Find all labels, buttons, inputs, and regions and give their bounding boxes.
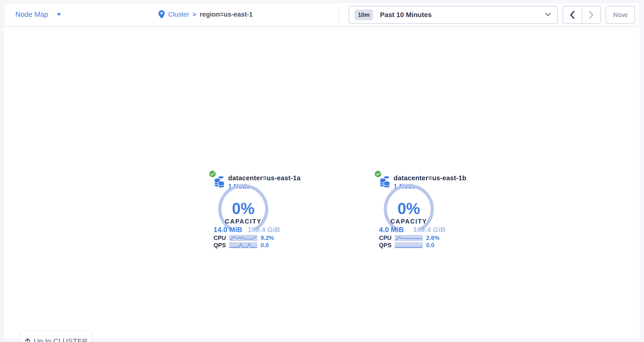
breadcrumb-cluster-link[interactable]: Cluster bbox=[168, 11, 189, 18]
qps-value: 0.0 bbox=[426, 242, 434, 249]
cpu-sparkline bbox=[395, 235, 423, 241]
capacity-values: 4.0 MiB 169.4 GiB bbox=[379, 226, 446, 234]
prev-time-button[interactable] bbox=[563, 6, 582, 23]
up-to-cluster-button[interactable]: Up to CLUSTER bbox=[20, 331, 92, 342]
cpu-sparkline bbox=[229, 235, 257, 241]
now-button[interactable]: Now bbox=[606, 6, 635, 24]
locality-title: datacenter=us-east-1b bbox=[394, 174, 466, 182]
capacity-percent: 0% bbox=[217, 198, 270, 219]
cpu-label: CPU bbox=[375, 235, 392, 241]
header-divider bbox=[339, 7, 339, 22]
cpu-metric-row: CPU 2.6% bbox=[375, 235, 451, 241]
qps-sparkline bbox=[229, 242, 257, 248]
locality-title: datacenter=us-east-1a bbox=[228, 174, 300, 182]
time-window-label: Past 10 Minutes bbox=[380, 11, 432, 19]
up-to-cluster-label: Up to CLUSTER bbox=[34, 337, 88, 342]
capacity-caption: CAPACITY bbox=[382, 218, 435, 225]
header-bar: Node Map Cluster > region=us-east-1 10m … bbox=[4, 3, 640, 26]
caret-down-icon bbox=[57, 13, 61, 16]
locality-card-us-east-1b[interactable]: datacenter=us-east-1b 1 Node 0% CAPACITY… bbox=[375, 171, 451, 252]
chevron-down-icon bbox=[545, 13, 551, 16]
breadcrumb-separator: > bbox=[193, 11, 196, 18]
capacity-percent: 0% bbox=[382, 198, 435, 219]
qps-metric-row: QPS 0.0 bbox=[375, 242, 451, 248]
capacity-values: 14.0 MiB 169.4 GiB bbox=[214, 226, 280, 234]
chevron-left-icon bbox=[570, 11, 575, 19]
qps-metric-row: QPS 0.0 bbox=[210, 242, 285, 248]
breadcrumb-current: region=us-east-1 bbox=[200, 11, 253, 18]
qps-sparkline bbox=[395, 242, 423, 248]
view-selector-dropdown[interactable]: Node Map bbox=[16, 3, 61, 26]
qps-label: QPS bbox=[210, 242, 226, 249]
capacity-used: 4.0 MiB bbox=[379, 226, 404, 234]
arrow-up-icon bbox=[24, 338, 31, 342]
capacity-caption: CAPACITY bbox=[217, 218, 270, 225]
view-selector-label: Node Map bbox=[16, 10, 48, 18]
locality-card-us-east-1a[interactable]: datacenter=us-east-1a 1 Node 0% CAPACITY… bbox=[210, 171, 285, 252]
time-window-select[interactable]: 10m Past 10 Minutes bbox=[349, 6, 558, 24]
capacity-total: 169.4 GiB bbox=[413, 226, 446, 234]
qps-value: 0.0 bbox=[261, 242, 269, 249]
chevron-right-icon bbox=[589, 11, 594, 19]
breadcrumb: Cluster > region=us-east-1 bbox=[158, 3, 253, 26]
cpu-value: 9.2% bbox=[261, 235, 274, 241]
healthy-check-icon bbox=[374, 170, 382, 178]
node-map-canvas: datacenter=us-east-1a 1 Node 0% CAPACITY… bbox=[4, 27, 640, 338]
time-nav-arrows bbox=[562, 6, 601, 24]
cpu-metric-row: CPU 9.2% bbox=[210, 235, 285, 241]
qps-label: QPS bbox=[375, 242, 392, 249]
capacity-total: 169.4 GiB bbox=[248, 226, 280, 234]
healthy-check-icon bbox=[208, 170, 216, 178]
cpu-value: 2.6% bbox=[426, 235, 440, 241]
location-pin-icon bbox=[158, 10, 165, 18]
next-time-button[interactable] bbox=[582, 6, 601, 23]
cpu-label: CPU bbox=[210, 235, 226, 241]
capacity-used: 14.0 MiB bbox=[214, 226, 242, 234]
time-window-badge: 10m bbox=[354, 9, 373, 20]
